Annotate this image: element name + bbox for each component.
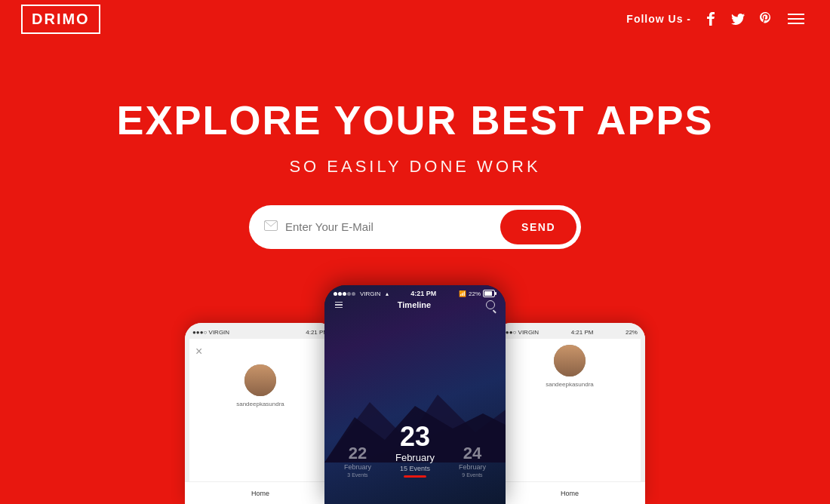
day-24-events: 9 Events: [459, 472, 486, 478]
day-24-num: 24: [459, 445, 486, 462]
phone-right-battery: 22%: [626, 329, 638, 336]
day-22-events: 3 Events: [344, 472, 371, 478]
phone-right-signal: ●●●○ VIRGIN: [502, 329, 539, 336]
day-23-num: 23: [395, 423, 435, 450]
phone-menu-icon: [335, 302, 343, 309]
follow-us-label: Follow Us -: [626, 13, 691, 25]
phone-right-bottom-nav: Home: [494, 481, 645, 504]
pinterest-icon[interactable]: [758, 11, 773, 26]
email-form: SEND: [249, 205, 581, 249]
header-right: Follow Us -: [626, 11, 807, 27]
phone-left: ●●●○ VIRGIN 4:21 PM × sandeepkasundra Ho…: [185, 323, 336, 504]
hero-section: EXPLORE YOUR BEST APPS SO EASILY DONE WO…: [0, 38, 830, 309]
svg-rect-5: [495, 292, 496, 295]
phone-left-signal: ●●●○ VIRGIN: [192, 329, 229, 336]
header: DRIMO Follow Us -: [0, 0, 830, 38]
day-24-month: February: [459, 463, 486, 471]
phone-center-time: 4:21 PM: [410, 290, 436, 297]
phone-left-bottom-nav: Home: [185, 481, 336, 504]
phone-left-body: × sandeepkasundra: [189, 339, 331, 504]
phone-search-icon: [486, 300, 495, 309]
menu-button[interactable]: [785, 11, 807, 27]
timeline-day-22: 22 February 3 Events: [344, 445, 371, 478]
logo-text: DRIMO: [32, 11, 90, 27]
day-23-month: February: [395, 452, 435, 463]
hero-title: EXPLORE YOUR BEST APPS: [116, 98, 713, 143]
avatar: [244, 364, 276, 396]
avatar-right: [554, 345, 586, 376]
phone-right: ●●●○ VIRGIN 4:21 PM 22% sandeepkasundra …: [494, 323, 645, 504]
phone-center-signal: VIRGIN ▴: [334, 290, 389, 297]
timeline-content: 22 February 3 Events 23 February 15 Even…: [324, 423, 506, 478]
phone-right-body: sandeepkasundra: [499, 339, 641, 504]
phone-right-status-bar: ●●●○ VIRGIN 4:21 PM 22%: [494, 323, 645, 339]
day-22-num: 22: [344, 445, 371, 462]
facebook-icon[interactable]: [703, 11, 718, 26]
send-button[interactable]: SEND: [500, 210, 576, 244]
username-label: sandeepkasundra: [236, 401, 284, 407]
active-day-accent: [404, 475, 426, 478]
phone-center-battery: 📶 22%: [459, 290, 496, 297]
day-22-month: February: [344, 463, 371, 471]
phone-center: VIRGIN ▴ 4:21 PM 📶 22% Timeline: [324, 285, 506, 504]
phone-center-nav-bar: Timeline: [324, 299, 506, 314]
twitter-icon[interactable]: [730, 11, 745, 26]
close-icon[interactable]: ×: [195, 345, 202, 358]
timeline-day-23: 23 February 15 Events: [395, 423, 435, 478]
username-label-right: sandeepkasundra: [546, 381, 594, 388]
phone-right-time: 4:21 PM: [571, 329, 594, 336]
phone-center-status-bar: VIRGIN ▴ 4:21 PM 📶 22%: [324, 285, 506, 299]
email-icon: [264, 220, 278, 234]
phone-center-title: Timeline: [398, 300, 431, 309]
day-23-events: 15 Events: [395, 465, 435, 472]
svg-rect-4: [484, 291, 492, 296]
email-input[interactable]: [285, 220, 500, 233]
phone-left-status-bar: ●●●○ VIRGIN 4:21 PM: [185, 323, 336, 339]
hero-subtitle: SO EASILY DONE WORK: [289, 157, 540, 177]
timeline-day-24: 24 February 9 Events: [459, 445, 486, 478]
phones-section: ●●●○ VIRGIN 4:21 PM × sandeepkasundra Ho…: [0, 278, 830, 504]
logo[interactable]: DRIMO: [23, 6, 99, 32]
